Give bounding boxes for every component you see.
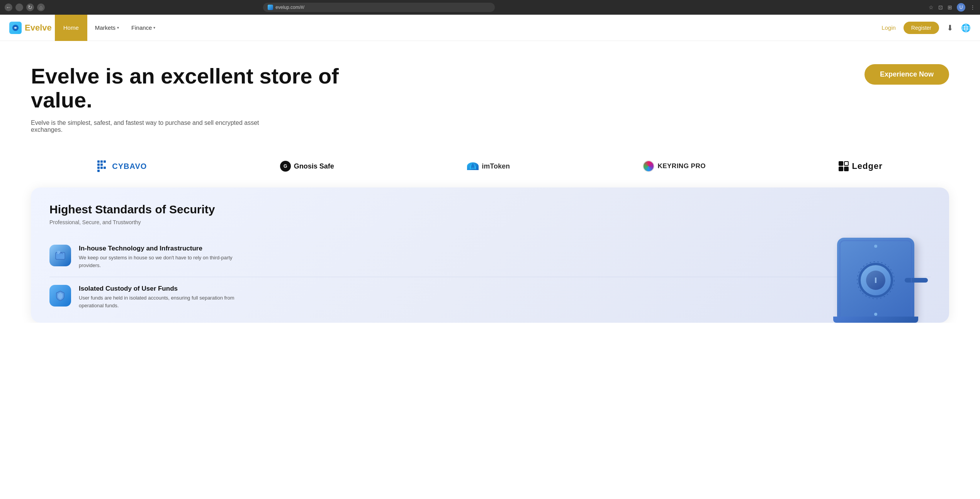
ledger-text: Ledger	[852, 161, 882, 171]
security-icon-1	[49, 245, 71, 266]
partner-gnosis: G Gnosis Safe	[280, 161, 334, 172]
partners-section: CYBAVO G Gnosis Safe imToken KEYRING PRO	[0, 149, 980, 184]
navbar: Evelve Home Markets ▾ Finance ▾ Login Re…	[0, 15, 980, 41]
address-text: evelup.com/#/	[275, 5, 304, 10]
keyring-icon	[643, 160, 654, 172]
screen-icon[interactable]: ⊡	[938, 4, 943, 10]
gnosis-text: Gnosis Safe	[294, 162, 334, 170]
download-icon[interactable]: ⬇	[947, 23, 953, 32]
back-button[interactable]: ←	[5, 3, 12, 11]
hero-section: Evelve is an excellent store of value. E…	[0, 41, 980, 149]
home-nav-item[interactable]: Home	[55, 15, 87, 41]
logo-text: Evelve	[25, 23, 52, 33]
security-item-1-content: In-house Technology and Infrastructure W…	[79, 245, 249, 269]
favicon	[268, 5, 273, 10]
partner-keyring: KEYRING PRO	[643, 160, 706, 172]
logo-link[interactable]: Evelve	[9, 22, 52, 34]
navbar-right: Login Register ⬇ 🌐	[881, 22, 971, 34]
partner-cybavo: CYBAVO	[97, 160, 147, 172]
cybavo-text: CYBAVO	[112, 162, 147, 171]
finance-chevron-icon: ▾	[153, 26, 155, 30]
hero-content: Evelve is an excellent store of value. E…	[31, 64, 379, 133]
vault-body	[837, 238, 914, 323]
main-content: WikiFX WikiFX WikiFX WikiFX WikiFX WikiF…	[0, 41, 980, 323]
security-card-title: Highest Standards of Security	[49, 203, 931, 216]
security-item-2-desc: User funds are held in isolated accounts…	[79, 294, 249, 309]
security-card: Highest Standards of Security Profession…	[31, 187, 949, 323]
login-link[interactable]: Login	[881, 24, 896, 31]
ledger-icon	[839, 161, 849, 171]
home-button[interactable]: ⌂	[37, 3, 45, 11]
security-card-subtitle: Professional, Secure, and Trustworthy	[49, 219, 931, 225]
globe-icon[interactable]: 🌐	[961, 23, 971, 32]
markets-nav-item[interactable]: Markets ▾	[89, 15, 125, 41]
forward-button[interactable]: →	[15, 3, 23, 11]
security-section: Highest Standards of Security Profession…	[0, 184, 980, 323]
partner-imtoken: imToken	[467, 162, 510, 170]
security-item-2-title: Isolated Custody of User Funds	[79, 285, 249, 293]
imtoken-text: imToken	[482, 162, 510, 170]
cybavo-dots-icon	[97, 160, 109, 172]
reload-button[interactable]: ↻	[26, 3, 34, 11]
security-items: In-house Technology and Infrastructure W…	[49, 237, 931, 317]
security-item-1-desc: We keep our systems in house so we don't…	[79, 254, 249, 269]
hero-cta-wrapper: Experience Now	[865, 64, 949, 85]
security-item-1: In-house Technology and Infrastructure W…	[49, 237, 931, 277]
profile-icon[interactable]: U	[957, 3, 965, 12]
vault-handle	[905, 278, 928, 283]
security-icon-2	[49, 285, 71, 307]
security-item-1-title: In-house Technology and Infrastructure	[79, 245, 249, 252]
gnosis-icon: G	[280, 161, 291, 172]
svg-point-3	[857, 262, 894, 299]
partner-ledger: Ledger	[839, 161, 882, 171]
browser-chrome: ← → ↻ ⌂ evelup.com/#/ ☆ ⊡ ⊞ U ⋮	[0, 0, 980, 15]
markets-chevron-icon: ▾	[117, 26, 119, 30]
security-item-2: Isolated Custody of User Funds User fund…	[49, 277, 931, 317]
keyring-text: KEYRING PRO	[657, 162, 706, 170]
security-item-2-content: Isolated Custody of User Funds User fund…	[79, 285, 249, 309]
extensions-icon[interactable]: ⊞	[948, 4, 952, 10]
hero-title: Evelve is an excellent store of value.	[31, 64, 379, 112]
finance-nav-item[interactable]: Finance ▾	[125, 15, 161, 41]
vault-illustration	[818, 215, 934, 323]
experience-now-button[interactable]: Experience Now	[865, 64, 949, 85]
menu-icon[interactable]: ⋮	[970, 4, 975, 10]
imtoken-icon	[467, 162, 479, 170]
address-bar[interactable]: evelup.com/#/	[263, 3, 495, 12]
hero-subtitle: Evelve is the simplest, safest, and fast…	[31, 119, 263, 133]
browser-right-icons: ☆ ⊡ ⊞ U ⋮	[929, 3, 975, 12]
logo-icon	[9, 22, 22, 34]
register-button[interactable]: Register	[904, 22, 939, 34]
star-icon[interactable]: ☆	[929, 4, 934, 10]
